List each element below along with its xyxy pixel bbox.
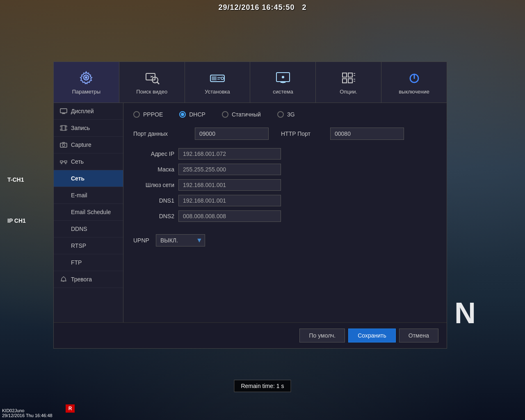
radio-label-dhcp: DHCP: [189, 111, 205, 118]
gateway-input[interactable]: [178, 179, 281, 191]
sidebar-item-ftp[interactable]: FTP: [54, 254, 123, 271]
sidebar-label-ddns: DDNS: [71, 226, 87, 232]
data-port-input[interactable]: [195, 128, 269, 140]
timestamp: 29/12/2016 16:45:50 2: [218, 3, 306, 12]
radio-circle-static: [222, 111, 228, 118]
radio-pppoe[interactable]: PPPOE: [133, 111, 163, 118]
ftp-icon: [59, 259, 68, 266]
sidebar-label-email: E-mail: [71, 192, 87, 199]
nav-label-params: Параметры: [72, 89, 100, 95]
bottom-info-line1: KID02Juno: [2, 408, 52, 413]
sidebar-item-ddns[interactable]: DDNS: [54, 221, 123, 237]
svg-rect-18: [348, 73, 352, 77]
bottom-buttons: По умолч. Сохранить Отмена: [54, 322, 447, 348]
radio-3g[interactable]: 3G: [277, 111, 295, 118]
tchl-label: T-CH1: [7, 176, 24, 183]
nav-item-shutdown[interactable]: выключение: [381, 62, 447, 103]
ip-row-dns1: DNS1: [133, 195, 437, 206]
svg-point-30: [60, 129, 62, 130]
content-area: Дисплей Запись: [54, 103, 447, 322]
ip-row-address: Адрес IP: [133, 148, 437, 160]
svg-rect-33: [62, 126, 65, 130]
ip-row-gateway: Шлюз сети: [133, 179, 437, 191]
ip-row-dns2: DNS2: [133, 210, 437, 222]
nav-label-install: Установка: [205, 89, 230, 95]
svg-rect-37: [64, 161, 67, 162]
rtsp-icon: [59, 242, 68, 249]
channel-text: 2: [302, 3, 307, 11]
svg-point-43: [63, 276, 64, 277]
remain-time: Remain time: 1 s: [234, 380, 291, 392]
radio-circle-3g: [277, 111, 284, 118]
options-grid-icon: [339, 70, 358, 86]
nav-item-system[interactable]: i система: [250, 62, 316, 103]
svg-point-32: [65, 129, 67, 130]
svg-rect-19: [342, 79, 347, 83]
http-port-input[interactable]: [330, 128, 404, 140]
save-button[interactable]: Сохранить: [348, 329, 396, 342]
sidebar-item-network-parent[interactable]: Сеть: [54, 153, 123, 170]
sidebar: Дисплей Запись: [54, 103, 123, 322]
upnp-select[interactable]: ВЫКЛ. ВКЛ.: [156, 234, 205, 247]
sidebar-item-display[interactable]: Дисплей: [54, 103, 123, 120]
red-r-button[interactable]: R: [66, 404, 75, 413]
power-icon: [404, 70, 424, 86]
radio-label-3g: 3G: [287, 111, 295, 118]
radio-label-pppoe: PPPOE: [143, 111, 163, 118]
radio-circle-pppoe: [133, 111, 140, 118]
sidebar-item-record[interactable]: Запись: [54, 120, 123, 137]
radio-circle-dhcp: [179, 111, 186, 118]
bell-icon: [59, 276, 68, 283]
upnp-select-wrapper: ВЫКЛ. ВКЛ. ▼: [156, 234, 205, 247]
monitor-info-icon: i: [273, 70, 293, 86]
sidebar-label-rtsp: RTSP: [71, 242, 86, 249]
data-port-label: Порт данных: [133, 130, 183, 137]
sidebar-item-rtsp[interactable]: RTSP: [54, 237, 123, 254]
radio-static[interactable]: Статичный: [222, 111, 261, 118]
right-panel: PPPOE DHCP Статичный 3G: [123, 103, 447, 322]
cancel-button[interactable]: Отмена: [399, 329, 438, 342]
sidebar-label-ftp: FTP: [71, 259, 82, 266]
radio-dhcp[interactable]: DHCP: [179, 111, 205, 118]
upnp-label: UPNP: [133, 237, 149, 244]
dns1-input[interactable]: [178, 195, 281, 206]
radio-label-static: Статичный: [232, 111, 261, 118]
svg-point-1: [85, 76, 87, 79]
svg-rect-36: [60, 161, 63, 162]
sidebar-label-network-parent: Сеть: [71, 158, 84, 165]
sidebar-item-email-schedule[interactable]: Email Schedule: [54, 204, 123, 221]
nav-item-video-search[interactable]: Поиск видео: [119, 62, 185, 103]
email-icon: [59, 192, 68, 199]
sidebar-item-capture[interactable]: Capture: [54, 137, 123, 153]
svg-rect-20: [348, 79, 352, 83]
default-button[interactable]: По умолч.: [299, 329, 345, 342]
nav-label-shutdown: выключение: [399, 89, 429, 95]
svg-text:i: i: [282, 75, 283, 79]
svg-point-31: [65, 126, 67, 127]
svg-rect-17: [342, 73, 347, 77]
top-nav: Параметры Поиск видео: [54, 62, 447, 103]
sidebar-item-network[interactable]: Сеть: [54, 170, 123, 187]
magnify-video-icon: [142, 70, 162, 86]
sidebar-label-display: Дисплей: [71, 108, 94, 114]
nav-label-system: система: [273, 89, 293, 95]
nav-label-video-search: Поиск видео: [136, 89, 167, 95]
n-watermark: N: [454, 296, 476, 330]
bottom-info: KID02Juno 29/12/2016 Thu 16:46:48: [2, 408, 52, 418]
http-port-label: HTTP Порт: [281, 130, 318, 137]
sidebar-item-alarm[interactable]: Тревога: [54, 271, 123, 288]
nav-item-install[interactable]: Установка: [185, 62, 251, 103]
dns2-input[interactable]: [178, 210, 281, 222]
ip-address-input[interactable]: [178, 148, 281, 160]
film-icon: [59, 125, 68, 131]
sidebar-label-record: Запись: [71, 125, 90, 131]
nav-item-params[interactable]: Параметры: [54, 62, 119, 103]
datetime-text: 29/12/2016 16:45:50: [218, 3, 294, 11]
sidebar-label-capture: Capture: [71, 142, 91, 148]
photo-icon: [59, 142, 68, 148]
nav-item-options[interactable]: Опции.: [316, 62, 381, 103]
ip-address-label: Адрес IP: [133, 151, 174, 157]
mask-input[interactable]: [178, 164, 281, 175]
sidebar-item-email[interactable]: E-mail: [54, 187, 123, 204]
sidebar-label-network: Сеть: [71, 175, 84, 182]
